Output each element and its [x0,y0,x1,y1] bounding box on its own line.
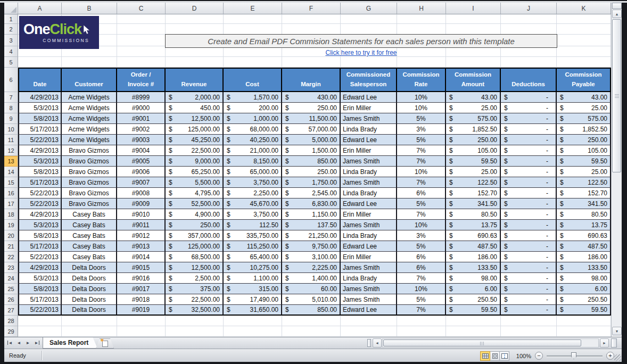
cell-F19[interactable]: $137.50 [282,220,341,230]
cell-I23[interactable]: $133.50 [446,262,501,273]
cell-J25[interactable]: $- [501,284,557,294]
cell-K29[interactable] [557,326,611,337]
cell-C7[interactable]: #8999 [117,92,166,103]
cell-G11[interactable]: Edward Lee [341,135,397,145]
cell-G23[interactable]: James Smith [341,262,397,273]
cell-G10[interactable]: Linda Brady [341,124,397,135]
cell-B19[interactable]: Casey Bats [62,220,117,230]
cell-K8[interactable]: $25.00 [557,103,611,113]
cell-D7[interactable]: $2,000.00 [166,92,224,103]
cell-H22[interactable]: 6% [397,252,446,262]
cell-G21[interactable]: Edward Lee [341,241,397,252]
cell-I18[interactable]: $80.50 [446,209,501,220]
cell-C27[interactable]: #9019 [117,305,166,316]
cell-D22[interactable]: $68,500.00 [166,252,224,262]
cell-A19[interactable]: 5/3/2013 [18,220,62,230]
cell-C13[interactable]: #9005 [117,156,166,167]
cell-E6[interactable]: Cost [224,68,282,92]
cell-I8[interactable]: $25.00 [446,103,501,113]
cell-E14[interactable]: $65,000.00 [224,167,282,177]
vertical-split-handle[interactable] [612,3,622,9]
cell-H11[interactable]: 5% [397,135,446,145]
cell-K28[interactable] [557,316,611,326]
cell-A20[interactable]: 5/8/2013 [18,230,62,241]
cell-D9[interactable]: $12,500.00 [166,113,224,124]
page-break-view-button[interactable] [499,351,509,361]
cell-I28[interactable] [446,316,501,326]
cell-J28[interactable] [501,316,557,326]
cell-C18[interactable]: #9010 [117,209,166,220]
row-header-18[interactable]: 18 [4,209,18,220]
cell-D15[interactable]: $5,500.00 [166,177,224,188]
cell-G9[interactable]: James Smith [341,113,397,124]
cell-F25[interactable]: $60.00 [282,284,341,294]
cell-H27[interactable]: 7% [397,305,446,316]
cell-F24[interactable]: $1,400.00 [282,273,341,284]
cell-J17[interactable]: $- [501,198,557,209]
cell-G20[interactable]: Linda Brady [341,230,397,241]
try-it-free-link[interactable]: Click here to try it for free [165,49,557,56]
cell-G19[interactable]: James Smith [341,220,397,230]
cell-I2[interactable] [446,24,501,35]
cell-E5[interactable] [224,57,282,68]
cell-D5[interactable] [166,57,224,68]
column-header-D[interactable]: D [166,3,224,14]
cell-A13[interactable]: 5/3/2013 [18,156,62,167]
cell-F21[interactable]: $9,750.00 [282,241,341,252]
cell-B20[interactable]: Casey Bats [62,230,117,241]
cell-F29[interactable] [282,326,341,337]
cell-K25[interactable]: $6.00 [557,284,611,294]
cell-H5[interactable] [397,57,446,68]
cell-I9[interactable]: $575.00 [446,113,501,124]
cell-D21[interactable]: $125,000.00 [166,241,224,252]
cell-F17[interactable]: $6,830.00 [282,198,341,209]
cell-E9[interactable]: $1,000.00 [224,113,282,124]
cell-I12[interactable]: $105.00 [446,145,501,156]
cell-B24[interactable]: Delta Doors [62,273,117,284]
cell-G14[interactable]: Linda Brady [341,167,397,177]
cell-H10[interactable]: 3% [397,124,446,135]
cell-F13[interactable]: $850.00 [282,156,341,167]
cell-J24[interactable]: $- [501,273,557,284]
cell-J8[interactable]: $- [501,103,557,113]
cell-G29[interactable] [341,326,397,337]
cell-B8[interactable]: Acme Widgets [62,103,117,113]
cell-J12[interactable]: $- [501,145,557,156]
zoom-slider[interactable] [547,352,603,360]
cell-C23[interactable]: #9015 [117,262,166,273]
row-header-3[interactable]: 3 [4,35,18,46]
cell-G7[interactable]: Edward Lee [341,92,397,103]
cell-C28[interactable] [117,316,166,326]
cell-B5[interactable] [62,57,117,68]
cell-D25[interactable]: $375.00 [166,284,224,294]
cell-G27[interactable]: Edward Lee [341,305,397,316]
cell-I25[interactable]: $6.00 [446,284,501,294]
previous-sheet-button[interactable]: ◄ [15,338,23,347]
cell-F26[interactable]: $5,010.00 [282,294,341,305]
row-header-29[interactable]: 29 [4,326,18,337]
row-header-20[interactable]: 20 [4,230,18,241]
cell-F18[interactable]: $1,150.00 [282,209,341,220]
cell-H1[interactable] [397,14,446,24]
row-header-17[interactable]: 17 [4,198,18,209]
cell-J9[interactable]: $- [501,113,557,124]
scroll-up-button[interactable]: ▲ [612,10,622,18]
cell-D2[interactable] [166,24,224,35]
cell-I13[interactable]: $59.50 [446,156,501,167]
cell-F20[interactable]: $21,250.00 [282,230,341,241]
cell-D29[interactable] [166,326,224,337]
cell-C21[interactable]: #9013 [117,241,166,252]
cell-G25[interactable]: James Smith [341,284,397,294]
cell-F28[interactable] [282,316,341,326]
cell-D1[interactable] [166,14,224,24]
cell-H15[interactable]: 7% [397,177,446,188]
row-header-12[interactable]: 12 [4,145,18,156]
cell-K7[interactable]: $43.00 [557,92,611,103]
cell-G28[interactable] [341,316,397,326]
zoom-slider-thumb[interactable] [571,352,576,359]
cell-B6[interactable]: Customer [62,68,117,92]
cell-D16[interactable]: $4,795.00 [166,188,224,198]
tab-scrollbar-splitter[interactable] [367,339,371,347]
cell-C2[interactable] [117,24,166,35]
cell-F10[interactable]: $57,000.00 [282,124,341,135]
